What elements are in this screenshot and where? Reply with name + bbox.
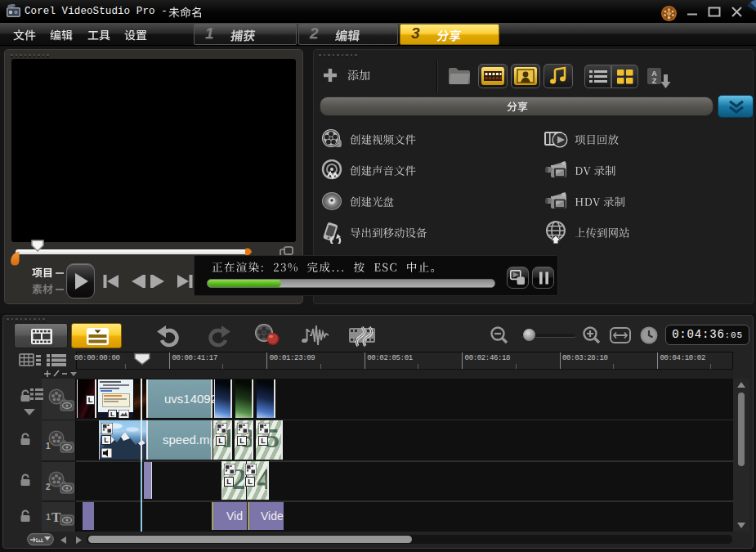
svg-text:T: T xyxy=(51,509,61,525)
svg-text:1: 1 xyxy=(46,442,51,451)
svg-text:Z: Z xyxy=(652,77,657,85)
svg-text:2: 2 xyxy=(46,482,51,491)
svg-text:1: 1 xyxy=(46,512,51,522)
